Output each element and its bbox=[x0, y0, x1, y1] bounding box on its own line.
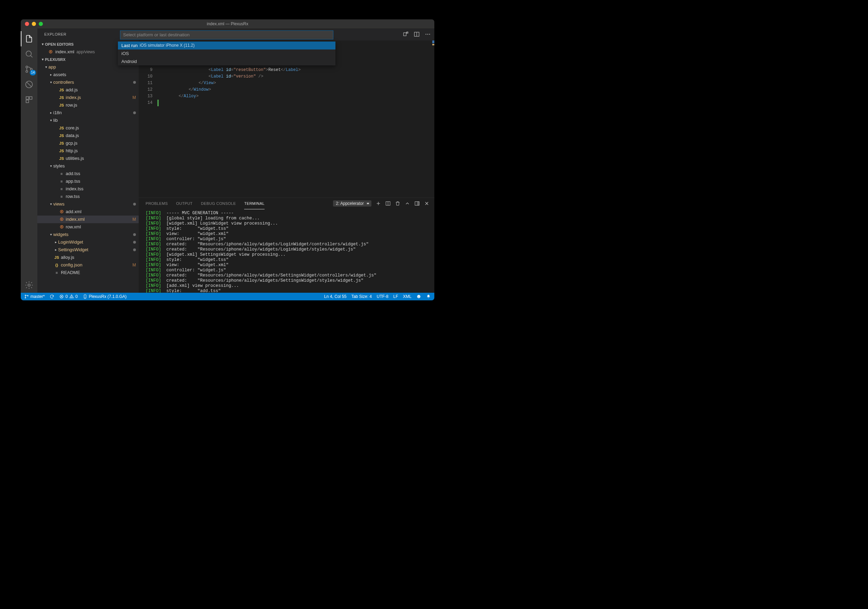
more-icon[interactable] bbox=[425, 31, 431, 37]
language-mode[interactable]: XML bbox=[403, 294, 412, 299]
file-item[interactable]: ≡add.tss bbox=[37, 170, 139, 177]
chevron-down-icon: ▾ bbox=[48, 202, 53, 206]
branch-icon bbox=[24, 294, 29, 299]
live-preview-icon[interactable] bbox=[403, 31, 409, 37]
file-item[interactable]: JScore.js bbox=[37, 124, 139, 132]
chevron-down-icon: ▾ bbox=[48, 233, 53, 236]
gear-icon[interactable] bbox=[21, 278, 37, 293]
close-panel-icon[interactable] bbox=[424, 201, 429, 206]
maximize-window-button[interactable] bbox=[39, 22, 43, 26]
close-window-button[interactable] bbox=[25, 22, 29, 26]
quick-pick-input[interactable]: Select platform or last destination bbox=[120, 30, 333, 39]
terminal-dropdown[interactable]: 2: Appcelerator bbox=[333, 200, 371, 207]
minimize-window-button[interactable] bbox=[32, 22, 36, 26]
file-item[interactable]: ≡index.tss bbox=[37, 185, 139, 193]
modified-dot bbox=[133, 249, 136, 251]
file-item[interactable]: JSadd.js bbox=[37, 86, 139, 94]
file-item[interactable]: JShttp.js bbox=[37, 147, 139, 155]
branch-item[interactable]: master* bbox=[24, 294, 45, 299]
modified-badge: M bbox=[132, 217, 136, 222]
file-item[interactable]: JSindex.jsM bbox=[37, 94, 139, 101]
explorer-icon[interactable] bbox=[21, 31, 37, 47]
svg-point-38 bbox=[419, 296, 420, 296]
titlebar: index.xml — PlexusRx bbox=[21, 19, 434, 28]
scm-badge: 14 bbox=[30, 70, 36, 75]
project-item[interactable]: PlexusRx (7.1.0.GA) bbox=[83, 294, 127, 299]
errors-item[interactable]: 0 0 bbox=[59, 294, 78, 299]
feedback-icon[interactable] bbox=[416, 294, 421, 299]
chevron-right-icon: ▸ bbox=[53, 240, 58, 244]
file-item[interactable]: ≡README bbox=[37, 269, 139, 277]
folder-item[interactable]: ▾views bbox=[37, 200, 139, 208]
js-icon: JS bbox=[58, 134, 65, 138]
svg-point-28 bbox=[27, 295, 28, 296]
quick-pick-option[interactable]: iOS bbox=[118, 50, 335, 57]
panel-tab-terminal[interactable]: TERMINAL bbox=[244, 198, 265, 209]
tss-icon: ≡ bbox=[58, 194, 65, 199]
notifications-icon[interactable] bbox=[426, 294, 431, 299]
sync-item[interactable] bbox=[50, 294, 54, 299]
tss-icon: ≡ bbox=[58, 179, 65, 183]
modified-dot bbox=[133, 81, 136, 84]
debug-icon[interactable] bbox=[21, 77, 37, 92]
svg-point-17 bbox=[429, 34, 430, 34]
svg-point-0 bbox=[26, 51, 31, 56]
svg-rect-7 bbox=[26, 96, 29, 99]
folder-item[interactable]: ▾lib bbox=[37, 117, 139, 124]
folder-item[interactable]: ▸SettingsWidget bbox=[37, 246, 139, 254]
chevron-down-icon: ▾ bbox=[48, 164, 53, 168]
svg-point-16 bbox=[428, 34, 428, 34]
split-terminal-icon[interactable] bbox=[385, 201, 391, 206]
xml-icon: ⦿ bbox=[58, 225, 65, 229]
file-item[interactable]: {}config.jsonM bbox=[37, 261, 139, 269]
js-icon: JS bbox=[58, 149, 65, 153]
encoding[interactable]: UTF-8 bbox=[377, 294, 388, 299]
trash-icon[interactable] bbox=[395, 201, 400, 206]
tss-icon: ≡ bbox=[58, 187, 65, 191]
modified-dot bbox=[133, 241, 136, 244]
file-item[interactable]: ⦿row.xml bbox=[37, 223, 139, 231]
tss-icon: ≡ bbox=[58, 172, 65, 176]
quick-pick-option[interactable]: Android bbox=[118, 57, 335, 65]
panel-tab-output[interactable]: OUTPUT bbox=[176, 198, 193, 209]
file-item[interactable]: JSgcp.js bbox=[37, 140, 139, 147]
source-control-icon[interactable]: 14 bbox=[21, 62, 37, 77]
search-icon[interactable] bbox=[21, 47, 37, 62]
folder-item[interactable]: ▾controllers bbox=[37, 79, 139, 86]
panel-tab-debug-console[interactable]: DEBUG CONSOLE bbox=[201, 198, 236, 209]
extensions-icon[interactable] bbox=[21, 92, 37, 107]
js-icon: JS bbox=[58, 103, 65, 107]
folder-item[interactable]: ▸LoginWidget bbox=[37, 238, 139, 246]
new-terminal-icon[interactable] bbox=[375, 201, 381, 206]
file-item[interactable]: JSdata.js bbox=[37, 132, 139, 140]
file-item[interactable]: ≡row.tss bbox=[37, 193, 139, 200]
file-item[interactable]: JSalloy.js bbox=[37, 254, 139, 261]
maximize-panel-icon[interactable] bbox=[414, 201, 420, 206]
tab-size[interactable]: Tab Size: 4 bbox=[351, 294, 372, 299]
explorer-sidebar: EXPLORER ▾ OPEN EDITORS ⦿ index.xml app/… bbox=[37, 28, 139, 293]
chevron-up-icon[interactable] bbox=[405, 201, 410, 206]
folder-item[interactable]: ▸i18n bbox=[37, 109, 139, 117]
file-item[interactable]: JSutilities.js bbox=[37, 155, 139, 162]
svg-point-36 bbox=[417, 295, 420, 298]
split-editor-icon[interactable] bbox=[414, 31, 420, 37]
terminal-output[interactable]: [INFO] ----- MVC GENERATION ----- [INFO]… bbox=[139, 209, 434, 293]
cursor-position[interactable]: Ln 4, Col 55 bbox=[324, 294, 347, 299]
file-item[interactable]: ⦿add.xml bbox=[37, 208, 139, 216]
folder-item[interactable]: ▾widgets bbox=[37, 231, 139, 238]
js-icon: JS bbox=[58, 126, 65, 130]
folder-item[interactable]: ▸assets bbox=[37, 71, 139, 79]
folder-item[interactable]: ▾styles bbox=[37, 162, 139, 170]
device-icon bbox=[83, 294, 87, 299]
file-item[interactable]: JSrow.js bbox=[37, 101, 139, 109]
file-item[interactable]: ≡app.tss bbox=[37, 177, 139, 185]
file-item[interactable]: ⦿index.xmlM bbox=[37, 216, 139, 223]
chevron-down-icon: ▾ bbox=[48, 80, 53, 84]
panel-tools: 2: Appcelerator bbox=[333, 200, 434, 207]
panel-tab-problems[interactable]: PROBLEMS bbox=[146, 198, 168, 209]
js-icon: JS bbox=[58, 95, 65, 99]
minimap[interactable] bbox=[428, 40, 434, 197]
eol[interactable]: LF bbox=[393, 294, 398, 299]
quick-pick-option[interactable]: Last runiOS simulator iPhone X (11.2) bbox=[118, 42, 335, 50]
js-icon: JS bbox=[58, 141, 65, 145]
